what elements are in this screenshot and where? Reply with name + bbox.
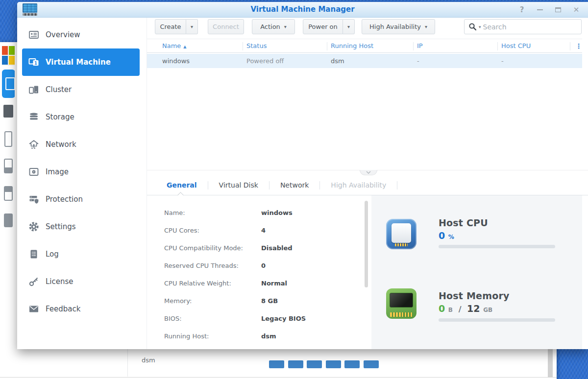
create-split-button: Create ▾ xyxy=(155,19,198,34)
divider xyxy=(0,377,557,378)
sidebar-item-log[interactable]: Log xyxy=(22,240,140,268)
field-value: windows xyxy=(261,209,293,216)
close-button[interactable]: ✕ xyxy=(572,5,580,15)
help-button[interactable]: ? xyxy=(518,5,526,15)
sidebar-item-license[interactable]: License xyxy=(22,268,140,295)
table-row-windows[interactable]: windows Powered off dsm - - xyxy=(147,54,582,68)
sidebar-item-network[interactable]: Network xyxy=(22,131,140,158)
storage-icon xyxy=(28,112,39,122)
search-box: ▾ xyxy=(464,19,582,34)
field-label: Reserved CPU Threads: xyxy=(164,257,261,275)
sidebar-item-label: Cluster xyxy=(46,85,72,94)
sidebar-item-feedback[interactable]: Feedback xyxy=(22,295,140,323)
vmm-window: Virtual Machine Manager ? ✕ Overview xyxy=(17,2,588,349)
field-value: Legacy BIOS xyxy=(261,315,306,322)
sidebar-item-settings[interactable]: Settings xyxy=(22,213,140,240)
titlebar: Virtual Machine Manager xyxy=(17,2,588,18)
cluster-icon xyxy=(28,84,39,95)
tab-virtual-disk[interactable]: Virtual Disk xyxy=(208,175,269,195)
memory-divider: / xyxy=(456,305,464,314)
virtual-machine-icon: 1 xyxy=(28,57,39,68)
vm-host-cpu-cell: - xyxy=(501,54,504,68)
tab-label: Virtual Disk xyxy=(219,181,258,189)
window-controls: ? ✕ xyxy=(518,2,580,18)
tab-label: Network xyxy=(280,181,309,189)
field-row: BIOS:Legacy BIOS xyxy=(164,310,306,328)
power-on-dropdown-button[interactable]: ▾ xyxy=(343,19,355,34)
sidebar-item-protection[interactable]: Protection xyxy=(22,186,140,213)
high-availability-button[interactable]: High Availability ▾ xyxy=(362,19,435,34)
minimize-button[interactable] xyxy=(536,5,544,15)
close-icon: ✕ xyxy=(573,5,580,14)
power-on-button[interactable]: Power on xyxy=(303,19,343,34)
sidebar-item-label: Network xyxy=(46,140,76,149)
vm-name-cell: windows xyxy=(162,54,190,68)
column-header-ip[interactable]: IP xyxy=(417,39,423,53)
sidebar-item-cluster[interactable]: Cluster xyxy=(22,76,140,103)
vm-properties-list: Name:windows CPU Cores:4 CPU Compatibili… xyxy=(164,204,306,345)
background-selected-app-icon xyxy=(2,70,15,98)
field-value: 8 GB xyxy=(261,297,278,305)
host-cpu-title: Host CPU xyxy=(439,217,488,228)
create-button[interactable]: Create xyxy=(155,19,186,34)
background-pane-divider xyxy=(127,349,128,377)
background-host-label: dsm xyxy=(142,356,155,364)
network-icon xyxy=(28,139,39,150)
sidebar: Overview 1 Virtual Machine Cluster xyxy=(17,18,147,349)
column-settings-menu-icon[interactable]: ⋮ xyxy=(575,39,582,53)
column-label: Name xyxy=(162,42,181,49)
host-cpu-value: 0 % xyxy=(439,230,454,241)
field-value: Disabled xyxy=(261,244,293,252)
column-header-name[interactable]: Name▲ xyxy=(162,39,187,54)
column-header-running-host[interactable]: Running Host xyxy=(331,39,373,53)
svg-text:1: 1 xyxy=(34,61,37,66)
column-header-status[interactable]: Status xyxy=(246,39,267,53)
tab-high-availability[interactable]: High Availability xyxy=(320,175,397,195)
cpu-percent-unit: % xyxy=(448,234,454,240)
help-icon: ? xyxy=(520,5,524,14)
host-cpu-progress-bar xyxy=(439,245,555,248)
column-divider xyxy=(497,42,498,50)
usage-bar xyxy=(269,360,284,368)
cpu-percent-number: 0 xyxy=(439,230,445,241)
protection-icon xyxy=(28,194,39,205)
connect-button[interactable]: Connect xyxy=(208,19,244,34)
create-dropdown-button[interactable]: ▾ xyxy=(186,19,198,34)
column-header-host-cpu[interactable]: Host CPU xyxy=(501,39,531,53)
sidebar-item-storage[interactable]: Storage xyxy=(22,103,140,131)
background-window-sidebar xyxy=(0,42,15,336)
vm-status-cell: Powered off xyxy=(246,54,284,68)
maximize-button[interactable] xyxy=(554,5,562,15)
search-input[interactable] xyxy=(483,23,577,31)
field-label: Running Host: xyxy=(164,328,261,345)
sidebar-item-image[interactable]: Image xyxy=(22,158,140,186)
sidebar-item-virtual-machine[interactable]: 1 Virtual Machine xyxy=(22,48,140,76)
field-label: CPU Cores: xyxy=(164,222,261,239)
power-on-button-label: Power on xyxy=(308,23,338,30)
maximize-icon xyxy=(555,7,561,12)
action-button[interactable]: Action ▾ xyxy=(252,19,295,34)
sidebar-item-label: Overview xyxy=(46,30,80,39)
column-label: IP xyxy=(417,42,423,49)
collapse-panel-handle[interactable] xyxy=(360,170,377,175)
search-icon[interactable] xyxy=(468,23,477,31)
power-on-split-button: Power on ▾ xyxy=(303,19,355,34)
sidebar-item-label: Storage xyxy=(46,113,74,121)
content-area: Create ▾ Connect Action ▾ Power on ▾ xyxy=(147,18,588,349)
sidebar-item-label: Protection xyxy=(46,195,83,204)
sidebar-item-overview[interactable]: Overview xyxy=(22,21,140,48)
usage-bar xyxy=(326,360,341,368)
field-label: Memory: xyxy=(164,292,261,310)
tab-network[interactable]: Network xyxy=(270,175,319,195)
cpu-chip-icon xyxy=(386,219,416,249)
vm-table-header: Name▲ Status Running Host IP Host CPU ⋮ xyxy=(147,39,582,53)
field-label: CPU Relative Weight: xyxy=(164,275,261,292)
sidebar-item-label: Log xyxy=(46,250,59,259)
column-divider xyxy=(570,42,570,50)
search-options-caret-icon[interactable]: ▾ xyxy=(479,24,481,29)
field-value: 0 xyxy=(261,262,266,269)
chevron-down-icon: ▾ xyxy=(347,24,350,29)
tab-general[interactable]: General xyxy=(156,175,208,195)
field-row: Name:windows xyxy=(164,204,306,222)
details-scrollbar[interactable] xyxy=(365,201,368,287)
